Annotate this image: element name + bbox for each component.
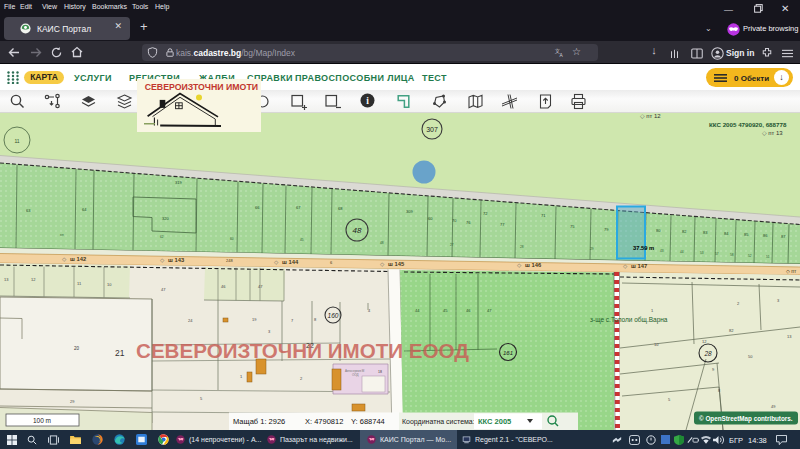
svg-text:49: 49	[771, 404, 776, 409]
svg-text:85: 85	[744, 232, 749, 237]
svg-text:12: 12	[702, 339, 707, 344]
svg-text:66: 66	[255, 205, 260, 210]
svg-text:20: 20	[74, 346, 80, 351]
svg-text:52: 52	[748, 254, 752, 258]
svg-text:100 m: 100 m	[33, 417, 51, 424]
svg-text:ш 142: ш 142	[70, 256, 86, 262]
svg-text:ККС 2005: ККС 2005	[478, 417, 511, 426]
svg-text:46: 46	[221, 284, 226, 289]
svg-text:48: 48	[353, 226, 362, 235]
svg-text:160: 160	[328, 312, 339, 319]
svg-text:71: 71	[541, 213, 546, 218]
svg-text:Y: 688744: Y: 688744	[351, 417, 385, 426]
svg-text:68: 68	[338, 206, 343, 211]
svg-text:◇ пт 13: ◇ пт 13	[762, 130, 783, 136]
svg-text:50: 50	[748, 354, 753, 359]
svg-text:161: 161	[503, 350, 513, 356]
svg-text:60: 60	[428, 216, 433, 221]
svg-text:72: 72	[483, 211, 488, 216]
svg-text:ш 143: ш 143	[168, 257, 185, 263]
svg-text:57: 57	[715, 252, 719, 256]
svg-text:67: 67	[296, 205, 301, 210]
svg-text:ш 144: ш 144	[282, 259, 299, 265]
svg-text:© OpenStreetMap contributors: © OpenStreetMap contributors.	[699, 415, 793, 423]
svg-text:80: 80	[656, 228, 661, 233]
svg-text:77: 77	[500, 222, 505, 227]
svg-text:43: 43	[660, 249, 664, 253]
svg-text:48: 48	[380, 241, 384, 245]
svg-text:ООД: ООД	[352, 373, 359, 377]
svg-text:A: A	[560, 53, 564, 58]
svg-text:ш 145: ш 145	[388, 261, 405, 267]
svg-text:Мащаб 1: 2926: Мащаб 1: 2926	[233, 417, 285, 426]
svg-text:21: 21	[115, 348, 125, 358]
svg-text:44: 44	[415, 308, 420, 313]
svg-text:ел: ел	[60, 233, 64, 237]
svg-text:10: 10	[654, 342, 659, 347]
svg-text:ККС 2005 4790920, 688778: ККС 2005 4790920, 688778	[709, 121, 787, 128]
svg-text:307: 307	[426, 126, 438, 133]
svg-text:64: 64	[82, 207, 87, 212]
svg-text:з-ще с.Тополи общ.Варна: з-ще с.Тополи общ.Варна	[590, 316, 668, 324]
svg-text:47: 47	[161, 287, 166, 292]
svg-text:47: 47	[258, 284, 263, 289]
svg-text:13: 13	[787, 334, 792, 339]
svg-text:СЕВЕРОИЗТОЧНИ ИМОТИ ЕООД: СЕВЕРОИЗТОЧНИ ИМОТИ ЕООД	[136, 340, 469, 362]
svg-text:i: i	[366, 96, 369, 106]
svg-text:79: 79	[604, 227, 609, 232]
svg-text:◇ пт 12: ◇ пт 12	[640, 113, 661, 119]
svg-text:51: 51	[766, 255, 770, 259]
svg-text:44: 44	[680, 250, 684, 254]
svg-text:45: 45	[300, 238, 304, 242]
svg-text:13: 13	[4, 277, 9, 282]
svg-text:248: 248	[226, 258, 233, 263]
svg-text:82: 82	[729, 328, 734, 333]
svg-text:63: 63	[26, 208, 31, 213]
svg-text:◇ пт: ◇ пт	[786, 268, 797, 274]
svg-text:62: 62	[160, 235, 164, 239]
svg-text:84: 84	[724, 231, 729, 236]
svg-text:28: 28	[703, 350, 712, 357]
svg-text:ш 147: ш 147	[631, 263, 647, 269]
svg-text:82: 82	[682, 229, 687, 234]
svg-text:12: 12	[31, 277, 36, 282]
svg-text:29: 29	[70, 399, 75, 404]
svg-text:75: 75	[570, 224, 575, 229]
svg-text:86: 86	[763, 233, 768, 238]
svg-text:11: 11	[14, 138, 19, 144]
svg-text:53: 53	[700, 251, 704, 255]
svg-text:319: 319	[175, 180, 182, 185]
svg-text:28: 28	[520, 245, 524, 249]
svg-text:83: 83	[703, 230, 708, 235]
svg-text:46: 46	[466, 308, 471, 313]
svg-text:19: 19	[252, 317, 257, 322]
svg-text:58: 58	[730, 253, 734, 257]
svg-text:29: 29	[590, 247, 594, 251]
svg-text:X: 4790812: X: 4790812	[305, 417, 343, 426]
svg-text:ш 146: ш 146	[525, 262, 542, 268]
svg-text:18: 18	[378, 370, 382, 374]
svg-text:37.59 m: 37.59 m	[633, 245, 654, 251]
svg-text:320: 320	[162, 216, 169, 221]
svg-text:87: 87	[781, 234, 786, 239]
svg-text:Координатна система:: Координатна система:	[402, 418, 475, 426]
svg-text:70: 70	[452, 218, 457, 223]
svg-text:10: 10	[107, 282, 112, 287]
svg-text:27: 27	[450, 243, 454, 247]
svg-text:24: 24	[188, 318, 193, 323]
svg-text:45: 45	[443, 308, 448, 313]
svg-text:76: 76	[466, 220, 471, 225]
svg-text:47: 47	[487, 308, 492, 313]
svg-text:60: 60	[230, 237, 234, 241]
svg-text:309: 309	[406, 209, 413, 214]
